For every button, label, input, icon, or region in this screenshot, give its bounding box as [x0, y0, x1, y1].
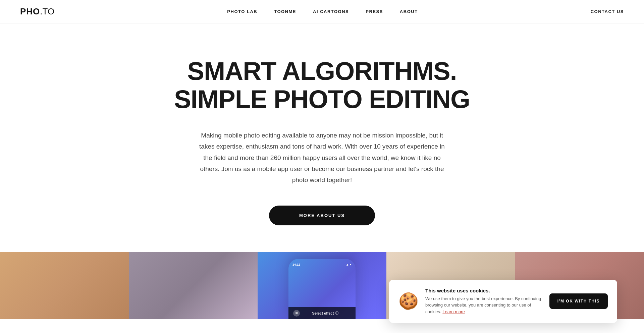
phone-info-icon: ⓘ [335, 311, 338, 316]
cookie-banner: 🍪 This website uses cookies. We use them… [389, 280, 617, 323]
hero-title: SMART ALGORITHMS. SIMPLE PHOTO EDITING [174, 57, 470, 113]
hero-title-line2: SIMPLE PHOTO EDITING [174, 85, 470, 113]
hero-description: Making mobile photo editing available to… [196, 130, 448, 185]
phone-time: 14:12 [292, 263, 300, 266]
nav-toonme[interactable]: TOONME [274, 9, 296, 14]
nav-ai-cartoons[interactable]: AI CARTOONS [313, 9, 349, 14]
cookie-learn-more-link[interactable]: Learn more [442, 309, 465, 314]
nav-about[interactable]: ABOUT [400, 9, 418, 14]
cookie-accept-button[interactable]: I'M OK WITH THIS [549, 293, 608, 309]
cookie-icon: 🍪 [398, 292, 419, 311]
logo-pho: PHO [20, 6, 40, 16]
nav-press[interactable]: PRESS [366, 9, 383, 14]
main-nav: PHOTO LAB TOONME AI CARTOONS PRESS ABOUT [227, 9, 418, 14]
hero-section: SMART ALGORITHMS. SIMPLE PHOTO EDITING M… [0, 23, 644, 252]
logo[interactable]: PHO.TO [20, 6, 54, 17]
phone-close-btn: ✕ [293, 310, 300, 317]
image-thumb-2 [129, 252, 258, 319]
phone-select-bar: ✕ Select effect ⓘ [288, 307, 356, 319]
phone-status-bar: 14:12 ▲ ● [292, 263, 352, 266]
site-header: PHO.TO PHOTO LAB TOONME AI CARTOONS PRES… [0, 0, 644, 23]
phone-mockup: 14:12 ▲ ● ✕ Select effect ⓘ [288, 259, 356, 319]
logo-to: TO [43, 6, 55, 16]
contact-us-link[interactable]: CONTACT US [591, 9, 624, 14]
phone-select-effect-label: Select effect [312, 311, 334, 315]
phone-signal: ▲ ● [346, 263, 352, 266]
cookie-description: We use them to give you the best experie… [425, 295, 543, 315]
cookie-text-block: This website uses cookies. We use them t… [425, 288, 543, 315]
cookie-title: This website uses cookies. [425, 288, 543, 293]
image-thumb-1 [0, 252, 129, 319]
nav-photo-lab[interactable]: PHOTO LAB [227, 9, 257, 14]
more-about-us-button[interactable]: MORE ABOUT US [269, 206, 375, 225]
hero-title-line1: SMART ALGORITHMS. [187, 57, 457, 85]
logo-dot: . [40, 6, 42, 16]
image-thumb-3: 14:12 ▲ ● ✕ Select effect ⓘ [258, 252, 386, 319]
